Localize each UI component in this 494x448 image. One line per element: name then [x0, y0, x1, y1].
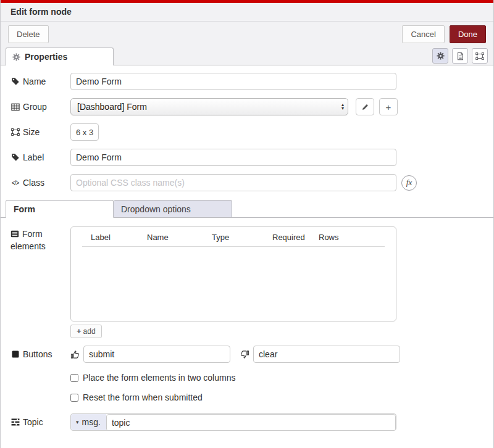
- name-label: Name: [10, 77, 70, 86]
- form-elements-section: Form elements Label Name Type Required R…: [1, 226, 493, 321]
- editor-tabbar: Properties: [1, 46, 493, 65]
- topic-type-prefix: msg.: [82, 417, 101, 427]
- two-columns-checkbox-row[interactable]: Place the form elements in two columns: [70, 373, 493, 383]
- pencil-icon: [361, 103, 369, 111]
- subtab-form[interactable]: Form: [6, 200, 114, 218]
- clear-button-label-input[interactable]: [253, 346, 400, 363]
- col-label: Label: [91, 233, 147, 242]
- name-row: Name: [1, 73, 493, 90]
- name-input[interactable]: [70, 73, 396, 90]
- table-icon: [10, 103, 20, 111]
- list-alt-icon: [10, 230, 19, 238]
- add-element-button[interactable]: + add: [70, 325, 102, 338]
- class-row: </> Class fx: [1, 174, 493, 191]
- edit-group-button[interactable]: [356, 98, 374, 115]
- tab-properties[interactable]: Properties: [6, 48, 114, 65]
- buttons-label: Buttons: [10, 349, 70, 359]
- form-subtabs: Form Dropdown options: [1, 200, 493, 218]
- dialog-title: Edit form node: [1, 3, 493, 22]
- tasks-icon: [10, 418, 20, 426]
- thumbs-down-icon: [240, 350, 250, 359]
- topic-label: Topic: [10, 417, 70, 427]
- col-type: Type: [212, 233, 272, 242]
- label-input[interactable]: [70, 149, 396, 166]
- group-select-value: [Dashboard] Form: [77, 102, 341, 112]
- two-columns-checkbox[interactable]: [70, 374, 78, 382]
- class-input[interactable]: [70, 174, 396, 191]
- reset-form-checkbox-row[interactable]: Reset the form when submitted: [70, 392, 493, 402]
- size-button[interactable]: 6 x 3: [70, 123, 99, 141]
- add-group-button[interactable]: +: [379, 98, 398, 115]
- fx-button[interactable]: fx: [401, 175, 417, 191]
- subtab-dropdown-options[interactable]: Dropdown options: [114, 200, 232, 218]
- class-label: </> Class: [10, 178, 70, 188]
- label-label: Label: [10, 152, 70, 162]
- done-button[interactable]: Done: [450, 25, 486, 43]
- plus-icon: +: [386, 102, 391, 112]
- code-icon: </>: [10, 180, 20, 186]
- submit-button-label-input[interactable]: [83, 346, 230, 363]
- topic-row: Topic ▾ msg.: [1, 413, 493, 431]
- tab-properties-label: Properties: [25, 52, 67, 62]
- reset-form-checkbox[interactable]: [70, 394, 78, 402]
- object-group-icon: [475, 52, 484, 60]
- size-label: Size: [10, 127, 70, 137]
- col-rows: Rows: [319, 233, 339, 242]
- editor-tab-tools: [432, 48, 488, 64]
- tag-icon: [10, 77, 20, 86]
- form-elements-list[interactable]: Label Name Type Required Rows: [70, 226, 396, 321]
- properties-panel: Name Group [Dashboard] Form: [1, 65, 493, 431]
- group-select[interactable]: [Dashboard] Form ▴▾: [70, 98, 348, 115]
- delete-button[interactable]: Delete: [8, 25, 49, 43]
- select-spinner-icon: ▴▾: [341, 103, 344, 110]
- fx-icon: fx: [406, 178, 412, 188]
- gear-icon: [12, 53, 20, 61]
- plus-icon: +: [77, 326, 82, 336]
- tag-icon: [10, 153, 20, 162]
- buttons-row: Buttons: [1, 346, 493, 363]
- topic-input[interactable]: [106, 414, 396, 431]
- thumbs-up-icon: [70, 350, 80, 359]
- chevron-down-icon: ▾: [76, 419, 79, 425]
- dialog-toolbar: Delete Cancel Done: [1, 22, 493, 46]
- cancel-button[interactable]: Cancel: [402, 25, 444, 43]
- size-row: Size 6 x 3: [1, 123, 493, 141]
- col-required: Required: [272, 233, 319, 242]
- form-elements-label: Form elements: [10, 226, 70, 252]
- appearance-button[interactable]: [472, 48, 488, 64]
- label-row: Label: [1, 149, 493, 166]
- edit-form-node-dialog: Edit form node Delete Cancel Done: [0, 0, 494, 448]
- topic-type-button[interactable]: ▾ msg.: [71, 414, 106, 430]
- square-icon: [10, 351, 20, 358]
- document-icon: [456, 52, 464, 60]
- description-doc-button[interactable]: [452, 48, 468, 64]
- object-group-icon: [10, 128, 20, 136]
- properties-gear-button[interactable]: [432, 48, 448, 64]
- group-label: Group: [10, 102, 70, 112]
- form-elements-header: Label Name Type Required Rows: [82, 233, 385, 247]
- topic-typed-input: ▾ msg.: [70, 413, 396, 431]
- group-row: Group [Dashboard] Form ▴▾ +: [1, 98, 493, 115]
- col-name: Name: [147, 233, 212, 242]
